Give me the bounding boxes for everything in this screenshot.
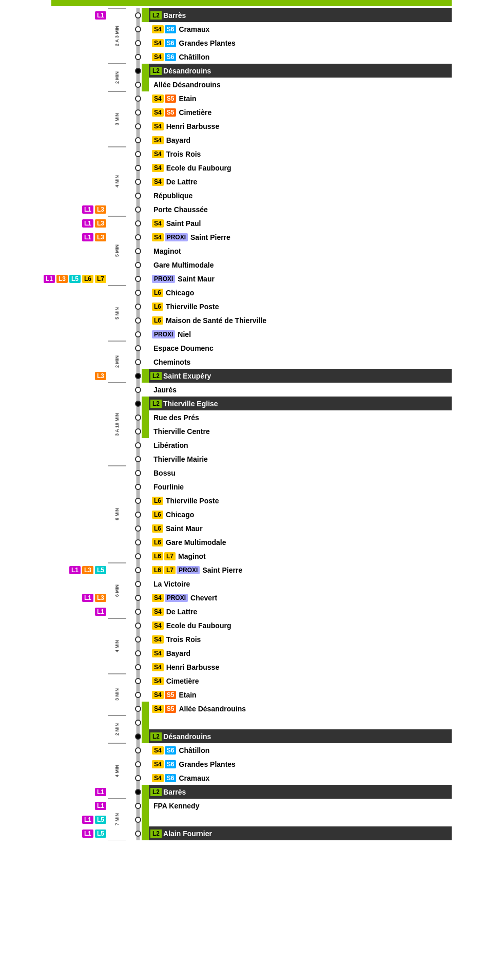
open-dot: [135, 387, 141, 393]
track-cell: [127, 36, 149, 50]
left-badges-cell: [51, 105, 108, 119]
stop-name: Bayard: [166, 136, 190, 144]
track-cell: [127, 480, 149, 494]
left-badges-cell: [51, 189, 108, 202]
left-badges-cell: [51, 715, 108, 729]
badge-s4: S4: [152, 677, 164, 685]
stop-cell: S4S5Allée Désandrouins: [149, 702, 452, 715]
stop-name: République: [153, 192, 192, 200]
time-segment-label: 3 MIN: [108, 674, 126, 715]
badge-s4: S4: [152, 774, 164, 782]
green-bar: [142, 8, 149, 22]
track-cell: [127, 660, 149, 674]
stop-name: Maison de Santé de Thierville: [166, 316, 266, 325]
badge-proxi: PROXI: [165, 594, 188, 602]
stop-cell: S4De Lattre: [149, 605, 452, 618]
badge-s4: S4: [152, 53, 164, 61]
stop-cell: S4Ecole du Faubourg: [149, 161, 452, 175]
time-segment-text: 3 MIN: [114, 113, 120, 125]
track-cell: [127, 244, 149, 258]
left-badges-cell: [51, 771, 108, 785]
stop-name: Niel: [178, 330, 191, 338]
stop-cell: S4S6Châtillon: [149, 50, 452, 64]
open-dot: [135, 650, 141, 656]
badge-l6: L6: [152, 289, 163, 297]
track-cell: [127, 494, 149, 507]
badge-s4: S4: [152, 746, 164, 755]
time-segment-text: 5 MIN: [114, 244, 120, 257]
stop-cell: S4Trois Rois: [149, 632, 452, 646]
left-badges-cell: [51, 78, 108, 91]
time-segment-label: 4 MIN: [108, 618, 126, 674]
l2-badge: L2: [150, 830, 162, 838]
stop-cell: FPA Kennedy: [149, 799, 452, 813]
track-cell: [127, 327, 149, 341]
badge-l5: L5: [95, 816, 106, 824]
open-dot: [135, 609, 141, 615]
stop-name: Saint Pierre: [190, 233, 230, 241]
badge-s5: S5: [165, 108, 177, 117]
badge-s6: S6: [165, 39, 177, 47]
badge-l3: L3: [95, 219, 106, 228]
open-dot: [135, 248, 141, 254]
major-stop-name: Saint Exupéry: [163, 372, 211, 380]
stop-cell: Porte Chaussée: [149, 202, 452, 216]
stop-name: Allée Désandrouins: [153, 81, 221, 89]
badge-l5: L5: [69, 275, 81, 283]
stop-cell: Jaurès: [149, 383, 452, 397]
time-segment-text: 2 MIN: [114, 723, 120, 736]
badge-s4: S4: [152, 136, 164, 144]
badge-s4: S4: [152, 649, 164, 657]
left-badges-cell: [51, 299, 108, 313]
stop-name: Saint Pierre: [202, 566, 242, 574]
badge-s4: S4: [152, 39, 164, 47]
stop-name: Chicago: [166, 511, 194, 519]
open-dot: [135, 165, 141, 171]
filled-dot: [135, 789, 141, 795]
stop-cell: L6Saint Maur: [149, 521, 452, 535]
track-cell: [127, 743, 149, 757]
track-cell: [127, 216, 149, 230]
stop-cell: S4PROXIChevert: [149, 591, 452, 605]
stop-name: Henri Barbusse: [166, 663, 219, 671]
left-badges-cell: [51, 313, 108, 327]
left-column: L1L1L3L1L3L1L3L1L3L5L6L7L3L1L3L5L1L3L1L1…: [51, 8, 108, 840]
open-dot: [135, 331, 141, 337]
badge-s5: S5: [165, 691, 177, 699]
track-cell: [127, 105, 149, 119]
open-dot: [135, 553, 141, 559]
stop-name: Chevert: [190, 594, 217, 602]
badge-s4: S4: [152, 691, 164, 699]
open-dot: [135, 525, 141, 532]
open-dot: [135, 345, 141, 351]
badge-s4: S4: [152, 621, 164, 630]
track-cell: [127, 813, 149, 826]
open-dot: [135, 206, 141, 213]
left-badges-cell: [51, 64, 108, 78]
l2-badge: L2: [150, 400, 162, 408]
track-cell: [127, 715, 149, 729]
stop-name: Bayard: [166, 649, 190, 657]
major-stop-name: Alain Fournier: [163, 830, 212, 838]
stop-cell: S4De Lattre: [149, 175, 452, 189]
track-cell: [127, 688, 149, 702]
open-dot: [135, 290, 141, 296]
left-badges-cell: [51, 91, 108, 105]
time-segment-text: 4 MIN: [114, 765, 120, 777]
badge-l7: L7: [164, 566, 176, 574]
green-bar: [142, 715, 149, 729]
open-dot: [135, 359, 141, 365]
stop-cell: L6Chicago: [149, 286, 452, 299]
stop-name: Bossu: [153, 469, 176, 477]
left-badges-cell: L3: [51, 369, 108, 383]
track-cell: [127, 175, 149, 189]
left-badges-cell: [51, 410, 108, 424]
stop-cell: L2Barrès: [149, 785, 452, 799]
open-dot: [135, 831, 141, 837]
stop-cell: S4Saint Paul: [149, 216, 452, 230]
stop-name: Trois Rois: [166, 635, 201, 644]
badge-s4: S4: [152, 95, 164, 103]
stop-cell: L6Thierville Poste: [149, 299, 452, 313]
left-badges-cell: [51, 397, 108, 410]
route-container: L1L1L3L1L3L1L3L1L3L5L6L7L3L1L3L5L1L3L1L1…: [51, 8, 452, 840]
